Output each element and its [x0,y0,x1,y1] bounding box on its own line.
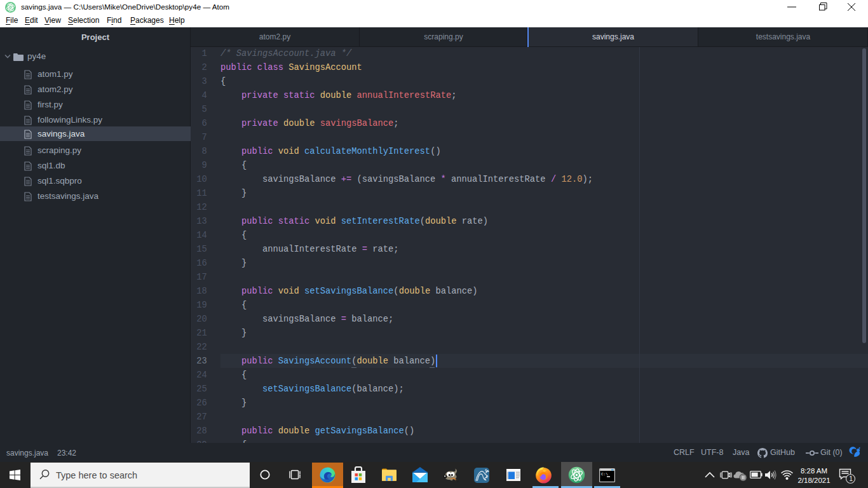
svg-text:C:\: C:\ [601,472,608,477]
svg-text:1: 1 [849,475,853,482]
